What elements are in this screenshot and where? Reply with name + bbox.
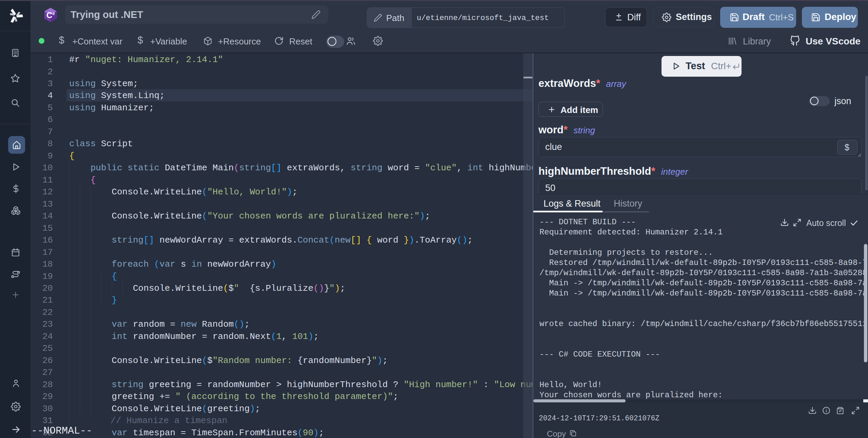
svg-text:#: # bbox=[53, 12, 55, 16]
svg-text:C: C bbox=[46, 11, 53, 20]
